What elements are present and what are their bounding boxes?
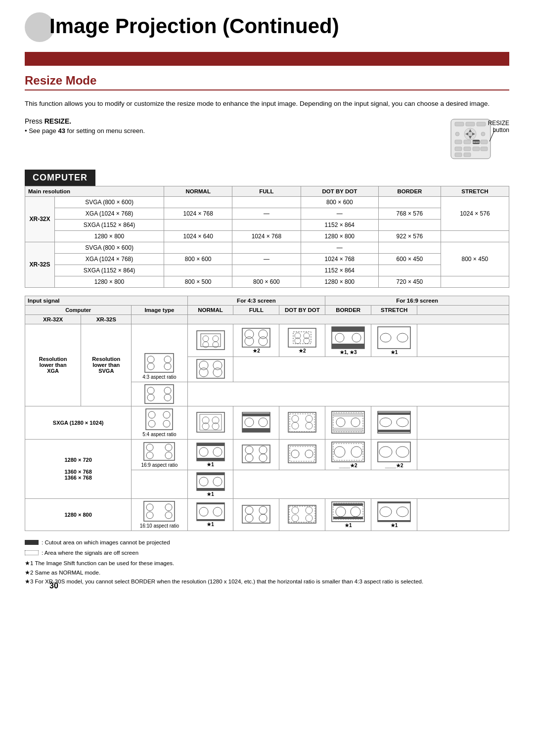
th-computer: Computer (25, 305, 132, 314)
full-cell (232, 196, 301, 208)
svg-point-79 (259, 418, 267, 427)
svg-rect-133 (197, 503, 224, 521)
signal-header-row1: Input signal For 4:3 screen For 16:9 scr… (25, 296, 509, 305)
empty-higher (187, 382, 509, 406)
svg-point-28 (164, 363, 171, 370)
sxga-label: SXGA (1280 × 1024) (25, 406, 132, 439)
svg-point-53 (397, 333, 408, 342)
star1-169normal: ★1 (207, 462, 214, 467)
sxga-empty (417, 406, 509, 439)
normal-cell (164, 265, 232, 276)
svg-rect-89 (333, 428, 363, 432)
svg-point-153 (336, 507, 346, 517)
th-dotbydot-43: DOT BY DOT (279, 305, 325, 314)
svg-point-5 (468, 132, 473, 136)
svg-point-141 (245, 514, 253, 522)
svg-rect-77 (242, 428, 270, 432)
svg-rect-48 (332, 344, 364, 349)
svg-point-127 (213, 477, 222, 486)
svg-point-145 (292, 507, 299, 514)
svg-point-38 (245, 337, 254, 346)
1280x800-normal-svg (196, 502, 225, 522)
svg-rect-30 (201, 334, 221, 347)
empty-span (233, 356, 509, 382)
th-image-type: Image type (132, 305, 187, 314)
full-cell (232, 219, 301, 230)
svg-point-85 (306, 422, 312, 429)
1280x768-normal-screen: ★1 (190, 472, 231, 497)
svg-point-122 (396, 446, 409, 457)
svg-point-63 (164, 394, 171, 401)
aspect-54-svg (145, 408, 174, 431)
svg-rect-124 (197, 473, 224, 475)
1280x800-stretch-screen: ★1 (374, 501, 414, 528)
full-cell: — (232, 208, 301, 219)
svg-point-91 (351, 418, 360, 427)
sxga-dotbydot (279, 406, 325, 439)
svg-point-119 (351, 446, 362, 457)
svg-point-139 (245, 506, 253, 514)
aspect-54-text: 5:4 aspect ratio (142, 432, 176, 438)
svg-point-159 (397, 507, 408, 517)
svg-point-100 (146, 452, 153, 459)
computer-section-header: COMPUTER (25, 170, 95, 186)
screen-border-169-cell: ★1, ★3 (325, 324, 371, 356)
svg-point-158 (380, 507, 392, 517)
svg-point-154 (351, 507, 360, 517)
svg-point-98 (146, 444, 153, 451)
normal-cell: 1024 × 640 (164, 230, 232, 242)
1280x800-empty (417, 498, 509, 531)
star1-stretch-label: ★1 (391, 350, 398, 355)
svg-point-126 (199, 477, 208, 486)
full-cell: — (232, 253, 301, 265)
svg-point-39 (259, 337, 267, 346)
svg-point-114 (291, 450, 299, 458)
svg-rect-2 (466, 122, 475, 126)
resolution-cell: SVGA (800 × 600) (55, 242, 164, 253)
169-dotbydot-svg (287, 444, 317, 464)
svg-point-84 (292, 422, 299, 429)
table-row: 1280 × 800 800 × 500 800 × 600 1280 × 80… (25, 276, 509, 287)
border-cell (379, 242, 441, 253)
th-normal: NORMAL (164, 186, 232, 196)
1280x768-empty (233, 470, 509, 498)
svg-point-62 (147, 394, 154, 401)
normal-169-svg (196, 442, 225, 462)
main-resolution-table: Main resolution NORMAL FULL DOT BY DOT B… (25, 186, 509, 288)
border-cell (379, 196, 441, 208)
aspect-54-cell: 5:4 aspect ratio (132, 406, 187, 439)
legend-solid: : Cutout area on which images cannot be … (25, 538, 509, 547)
border-cell (379, 265, 441, 276)
solid-legend-text: : Cutout area on which images cannot be … (42, 538, 170, 547)
star1-1280x800-stretch: ★1 (391, 523, 398, 528)
svg-rect-15 (481, 140, 488, 144)
section-title: Resize Mode (25, 74, 509, 90)
svg-point-50 (352, 333, 361, 342)
full-cell: 1024 × 768 (232, 230, 301, 242)
sxga-full (233, 406, 279, 439)
svg-rect-94 (378, 430, 410, 432)
th-main-resolution: Main resolution (25, 186, 164, 196)
resolution-cell: SXGA (1152 × 864) (55, 265, 164, 276)
stretch-169-screen2: ____★2 (374, 441, 414, 468)
aspect-1610-placeholder (132, 470, 187, 498)
stretch-169-svg (377, 326, 411, 350)
svg-rect-93 (378, 412, 410, 415)
normal-cell: 800 × 600 (164, 253, 232, 265)
svg-rect-3 (477, 122, 486, 126)
svg-rect-47 (332, 327, 364, 332)
signal-header-row2: Computer Image type NORMAL FULL DOT BY D… (25, 305, 509, 314)
dotbydot-cell: — (301, 242, 379, 253)
svg-rect-17 (455, 147, 462, 151)
full-screen-43: ★2 (236, 327, 276, 354)
th-stretch-169: STRETCH (371, 305, 417, 314)
svg-rect-97 (144, 443, 175, 460)
legend-dotted: : Area where the signals are off screen (25, 548, 509, 557)
169-full-svg (241, 444, 271, 464)
dotbydot-cell: 1280 × 800 (301, 230, 379, 242)
svg-point-26 (164, 356, 171, 363)
aspect-43-higher (134, 384, 184, 404)
svg-rect-120 (378, 442, 410, 462)
svg-point-95 (380, 418, 392, 427)
svg-point-78 (245, 418, 254, 427)
